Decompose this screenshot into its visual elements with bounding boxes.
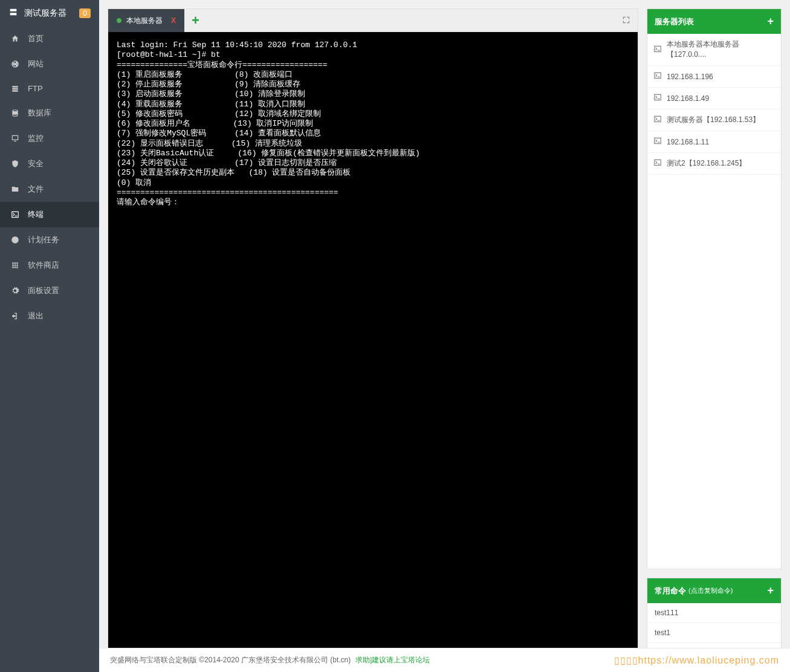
shield-icon [10,160,21,168]
sidebar-item-label: 退出 [28,311,44,321]
server-label: 测试服务器【192.168.1.53】 [667,115,760,125]
monitor-icon [10,134,21,143]
panel-subtitle: (点击复制命令) [688,586,733,595]
terminal-icon [653,71,662,82]
server-label: 本地服务器本地服务器【127.0.0.... [667,39,775,60]
sidebar-item-label: 计划任务 [28,234,59,245]
sidebar-item-label: 首页 [28,33,44,44]
clock-icon [10,236,21,244]
server-item[interactable]: 测试服务器【192.168.1.53】 [647,109,781,131]
home-icon [10,34,21,43]
server-name: 测试服务器 [24,8,66,19]
server-label: 192.168.1.49 [667,94,709,103]
tab-label: 本地服务器 [126,16,163,26]
server-label: 192.168.1.11 [667,138,709,146]
sidebar-item-folder[interactable]: 文件 [0,176,99,202]
notification-badge[interactable]: 0 [79,8,91,18]
sidebar-item-ftp[interactable]: FTP [0,77,99,100]
terminal-icon [10,210,21,219]
server-icon [8,7,18,19]
ftp-icon [10,85,21,93]
sidebar-header: 测试服务器 0 [0,0,99,26]
server-label: 192.168.1.196 [667,73,713,81]
database-icon [10,109,21,117]
server-item[interactable]: 192.168.1.49 [647,88,781,109]
sidebar-item-gear[interactable]: 面板设置 [0,278,99,303]
gear-icon [10,286,21,295]
sidebar-item-terminal[interactable]: 终端 [0,202,99,227]
command-item[interactable]: test111 [647,603,781,623]
sidebar-item-apps[interactable]: 软件商店 [0,253,99,278]
add-tab-button[interactable]: + [184,13,207,28]
add-command-button[interactable]: + [767,584,774,597]
command-list-header: 常用命令 (点击复制命令) + [647,578,781,603]
sidebar-item-label: 安全 [28,158,44,169]
terminal-icon [653,137,662,147]
server-item[interactable]: 192.168.1.196 [647,66,781,88]
sidebar-item-label: 软件商店 [28,260,59,271]
server-item[interactable]: 测试2【192.168.1.245】 [647,153,781,175]
help-link[interactable]: 求助|建议请上宝塔论坛 [355,655,430,665]
command-item[interactable]: test1 [647,623,781,643]
sidebar-item-globe[interactable]: 网站 [0,51,99,77]
terminal-tabs: 本地服务器 X + [108,9,638,32]
sidebar: 测试服务器 0 首页网站FTP数据库监控安全文件终端计划任务软件商店面板设置退出 [0,0,99,672]
watermark-text: ▯▯▯▯https://www.laoliuceping.com [614,654,779,666]
terminal-output[interactable]: Last login: Fri Sep 11 10:45:10 2020 fro… [108,32,638,663]
server-label: 测试2【192.168.1.245】 [667,158,746,169]
apps-icon [10,261,21,270]
server-list-panel: 服务器列表 + 本地服务器本地服务器【127.0.0....192.168.1.… [647,8,782,569]
sidebar-item-label: 数据库 [28,108,51,118]
sidebar-item-home[interactable]: 首页 [0,26,99,51]
sidebar-item-label: 监控 [28,133,44,144]
sidebar-item-logout[interactable]: 退出 [0,303,99,329]
terminal-tab-local[interactable]: 本地服务器 X [108,9,184,32]
sidebar-item-database[interactable]: 数据库 [0,100,99,126]
sidebar-item-clock[interactable]: 计划任务 [0,227,99,253]
terminal-icon [653,158,662,169]
copyright-text: 突盛网络与宝塔联合定制版 ©2014-2020 广东堡塔安全技术有限公司 (bt… [110,655,351,665]
terminal-panel: 本地服务器 X + Last login: Fri Sep 11 10:45:1… [108,8,638,664]
footer: 突盛网络与宝塔联合定制版 ©2014-2020 广东堡塔安全技术有限公司 (bt… [99,648,790,672]
sidebar-item-label: 文件 [28,184,44,195]
server-item[interactable]: 本地服务器本地服务器【127.0.0.... [647,34,781,66]
folder-icon [10,185,21,193]
terminal-icon [653,45,662,55]
panel-title: 常用命令 [655,586,686,596]
logout-icon [10,312,21,320]
globe-icon [10,60,21,68]
expand-icon[interactable] [622,16,630,26]
sidebar-item-label: FTP [28,84,43,93]
server-list-header: 服务器列表 + [647,9,781,34]
sidebar-item-shield[interactable]: 安全 [0,151,99,176]
terminal-icon [653,115,662,125]
server-item[interactable]: 192.168.1.11 [647,131,781,153]
sidebar-item-label: 面板设置 [28,285,59,296]
status-dot-icon [117,18,121,23]
sidebar-item-monitor[interactable]: 监控 [0,126,99,151]
add-server-button[interactable]: + [767,15,774,28]
panel-title: 服务器列表 [655,16,694,27]
close-icon[interactable]: X [171,16,176,25]
sidebar-item-label: 终端 [28,209,44,220]
terminal-icon [653,93,662,103]
sidebar-item-label: 网站 [28,59,44,69]
